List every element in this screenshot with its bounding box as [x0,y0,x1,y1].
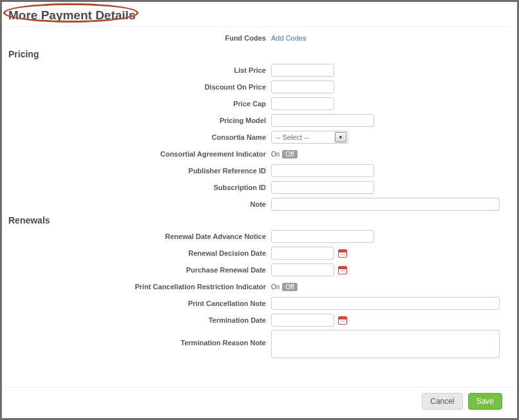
termination-reason-note-textarea[interactable] [271,330,500,358]
termination-date-input[interactable] [271,314,334,327]
termination-date-label: Termination Date [8,316,271,324]
renewal-decision-date-label: Renewal Decision Date [8,249,271,257]
renewal-decision-date-input[interactable] [271,247,334,260]
renewal-date-advance-notice-label: Renewal Date Advance Notice [8,233,271,240]
consortia-name-placeholder: -- Select -- [276,133,308,141]
toggle-on-text: On [271,283,279,291]
toggle-off-text: Off [282,150,297,158]
renewals-section-title: Renewals [8,215,511,225]
fund-codes-row: Fund Codes Add Codes [8,31,511,45]
add-codes-link[interactable]: Add Codes [271,34,306,42]
publisher-reference-id-input[interactable] [271,164,374,177]
calendar-icon[interactable] [338,316,347,325]
print-cancellation-note-label: Print Cancellation Note [8,300,271,307]
subscription-id-input[interactable] [271,181,374,194]
purchase-renewal-date-label: Purchase Renewal Date [8,266,271,274]
list-price-label: List Price [8,66,271,74]
discount-on-price-label: Discount On Price [8,83,271,91]
subscription-id-label: Subscription ID [8,184,271,191]
purchase-renewal-date-input[interactable] [271,263,334,276]
pricing-model-input[interactable] [271,114,374,127]
fund-codes-label: Fund Codes [8,34,271,42]
consortia-name-select[interactable]: -- Select -- ▼ [271,131,348,144]
toggle-on-text: On [271,151,279,158]
page-title: More Payment Details [8,8,511,27]
calendar-icon[interactable] [338,249,347,258]
pricing-note-label: Note [8,200,271,208]
calendar-icon[interactable] [338,266,347,274]
print-cancellation-note-input[interactable] [271,297,500,310]
chevron-down-icon: ▼ [335,132,346,142]
cancel-button[interactable]: Cancel [422,393,462,410]
consortial-agreement-toggle[interactable]: On Off [271,150,297,158]
footer-actions: Cancel Save [4,387,515,416]
pricing-model-label: Pricing Model [8,117,271,124]
consortial-agreement-indicator-label: Consortial Agreement Indicator [8,150,271,158]
pricing-note-input[interactable] [271,198,500,211]
renewal-date-advance-notice-input[interactable] [271,230,374,243]
print-cancellation-restriction-indicator-label: Print Cancellation Restriction Indicator [8,283,271,291]
save-button[interactable]: Save [468,393,502,410]
toggle-off-text: Off [282,283,297,291]
publisher-reference-id-label: Publisher Reference ID [8,167,271,175]
price-cap-input[interactable] [271,97,334,110]
pricing-section-title: Pricing [8,49,511,59]
price-cap-label: Price Cap [8,100,271,108]
discount-on-price-input[interactable] [271,81,334,93]
termination-reason-note-label: Termination Reason Note [8,330,271,347]
list-price-input[interactable] [271,64,334,77]
consortia-name-label: Consortia Name [8,133,271,141]
print-cancellation-restriction-toggle[interactable]: On Off [271,283,297,291]
